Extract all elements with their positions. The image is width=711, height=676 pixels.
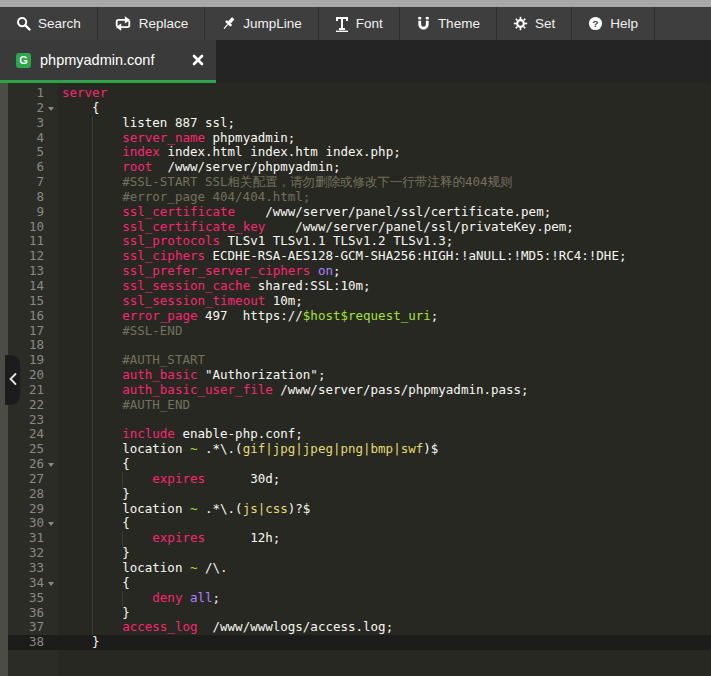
line-number: 12: [8, 249, 44, 264]
jumpline-button[interactable]: JumpLine: [205, 7, 319, 40]
code-line-16[interactable]: 16 error_page 497 https://$host$request_…: [8, 309, 711, 324]
line-number: 30: [8, 516, 44, 531]
line-number: 4: [8, 131, 44, 146]
code-text: {: [58, 457, 711, 472]
fold-gutter: [44, 546, 58, 561]
indent-guide: [122, 532, 123, 547]
code-line-21[interactable]: 21 auth_basic_user_file /www/server/pass…: [8, 383, 711, 398]
code-line-12[interactable]: 12 ssl_ciphers ECDHE-RSA-AES128-GCM-SHA2…: [8, 249, 711, 264]
code-line-28[interactable]: 28 }: [8, 487, 711, 502]
line-number: 7: [8, 175, 44, 190]
fold-gutter: [44, 606, 58, 621]
code-line-8[interactable]: 8 #error_page 404/404.html;: [8, 190, 711, 205]
fold-gutter: [44, 487, 58, 502]
replace-button[interactable]: Replace: [98, 7, 206, 40]
code-line-18[interactable]: 18: [8, 338, 711, 353]
code-line-34[interactable]: 34 {: [8, 576, 711, 591]
theme-button[interactable]: Theme: [400, 7, 497, 40]
code-text: location ~ .*\.(js|css)?$: [58, 502, 711, 517]
set-button[interactable]: Set: [497, 7, 572, 40]
fold-gutter: [44, 234, 58, 249]
fold-gutter[interactable]: [44, 101, 58, 116]
jumpline-label: JumpLine: [243, 16, 302, 31]
code-line-4[interactable]: 4 server_name phpmyadmin;: [8, 131, 711, 146]
code-line-7[interactable]: 7 #SSL-START SSL相关配置，请勿删除或修改下一行带注释的404规则: [8, 175, 711, 190]
line-number: 5: [8, 145, 44, 160]
fold-arrow-icon[interactable]: [48, 107, 54, 111]
line-number: 29: [8, 502, 44, 517]
line-number: 11: [8, 234, 44, 249]
code-line-32[interactable]: 32 }: [8, 546, 711, 561]
code-line-2[interactable]: 2 {: [8, 101, 711, 116]
code-area[interactable]: 1server2 {3 listen 887 ssl;4 server_name…: [8, 83, 711, 676]
code-line-3[interactable]: 3 listen 887 ssl;: [8, 116, 711, 131]
code-line-31[interactable]: 31 expires 12h;: [8, 531, 711, 546]
sidebar-toggle-button[interactable]: [5, 355, 20, 405]
code-line-9[interactable]: 9 ssl_certificate /www/server/panel/ssl/…: [8, 205, 711, 220]
code-line-15[interactable]: 15 ssl_session_timeout 10m;: [8, 294, 711, 309]
code-line-13[interactable]: 13 ssl_prefer_server_ciphers on;: [8, 264, 711, 279]
file-type-icon: G: [16, 53, 31, 68]
code-line-33[interactable]: 33 location ~ /\.: [8, 561, 711, 576]
fold-gutter: [44, 531, 58, 546]
help-button[interactable]: ?Help: [572, 7, 655, 40]
line-number: 31: [8, 531, 44, 546]
fold-arrow-icon[interactable]: [48, 522, 54, 526]
code-line-35[interactable]: 35 deny all;: [8, 591, 711, 606]
search-button[interactable]: Search: [0, 7, 98, 40]
code-line-29[interactable]: 29 location ~ .*\.(js|css)?$: [8, 502, 711, 517]
fold-arrow-icon[interactable]: [48, 582, 54, 586]
code-line-10[interactable]: 10 ssl_certificate_key /www/server/panel…: [8, 220, 711, 235]
code-line-1[interactable]: 1server: [8, 86, 711, 101]
fold-gutter: [44, 86, 58, 101]
code-line-20[interactable]: 20 auth_basic "Authorization";: [8, 368, 711, 383]
code-line-17[interactable]: 17 #SSL-END: [8, 324, 711, 339]
fold-gutter: [44, 279, 58, 294]
toolbar: SearchReplaceJumpLineFontThemeSet?Help: [0, 7, 711, 40]
code-line-30[interactable]: 30 {: [8, 516, 711, 531]
code-text: {: [58, 516, 711, 531]
code-line-22[interactable]: 22 #AUTH_END: [8, 398, 711, 413]
code-line-37[interactable]: 37 access_log /www/wwwlogs/access.log;: [8, 620, 711, 635]
code-text: {: [58, 101, 711, 116]
fold-gutter[interactable]: [44, 576, 58, 591]
code-text: include enable-php.conf;: [58, 427, 711, 442]
code-line-36[interactable]: 36 }: [8, 606, 711, 621]
code-line-14[interactable]: 14 ssl_session_cache shared:SSL:10m;: [8, 279, 711, 294]
line-number: 38: [8, 635, 44, 650]
line-number: 25: [8, 442, 44, 457]
code-text: }: [58, 487, 711, 502]
code-line-23[interactable]: 23: [8, 413, 711, 428]
code-line-26[interactable]: 26 {: [8, 457, 711, 472]
code-line-25[interactable]: 25 location ~ .*\.(gif|jpg|jpeg|png|bmp|…: [8, 442, 711, 457]
code-line-5[interactable]: 5 index index.html index.htm index.php;: [8, 145, 711, 160]
line-number: 10: [8, 220, 44, 235]
help-label: Help: [610, 16, 638, 31]
code-line-27[interactable]: 27 expires 30d;: [8, 472, 711, 487]
code-line-6[interactable]: 6 root /www/server/phpmyadmin;: [8, 160, 711, 175]
code-text: ssl_ciphers ECDHE-RSA-AES128-GCM-SHA256:…: [58, 249, 711, 264]
code-line-19[interactable]: 19 #AUTH_START: [8, 353, 711, 368]
fold-gutter: [44, 353, 58, 368]
fold-gutter: [44, 427, 58, 442]
line-number: 32: [8, 546, 44, 561]
code-text: #AUTH_START: [58, 353, 711, 368]
code-line-24[interactable]: 24 include enable-php.conf;: [8, 427, 711, 442]
code-text: index index.html index.htm index.php;: [58, 145, 711, 160]
code-line-11[interactable]: 11 ssl_protocols TLSv1 TLSv1.1 TLSv1.2 T…: [8, 234, 711, 249]
code-text: }: [58, 635, 711, 650]
set-label: Set: [535, 16, 555, 31]
fold-gutter[interactable]: [44, 457, 58, 472]
tab-phpmyadmin-conf[interactable]: G phpmyadmin.conf: [0, 40, 216, 83]
fold-gutter: [44, 116, 58, 131]
fold-gutter: [44, 309, 58, 324]
fold-gutter[interactable]: [44, 516, 58, 531]
code-text: auth_basic_user_file /www/server/pass/ph…: [58, 383, 711, 398]
fold-arrow-icon[interactable]: [48, 463, 54, 467]
code-line-38[interactable]: 38 }: [8, 635, 711, 650]
close-tab-icon[interactable]: [190, 52, 206, 68]
fold-gutter: [44, 294, 58, 309]
font-button[interactable]: Font: [319, 7, 400, 40]
line-number: 18: [8, 338, 44, 353]
fold-gutter: [44, 145, 58, 160]
